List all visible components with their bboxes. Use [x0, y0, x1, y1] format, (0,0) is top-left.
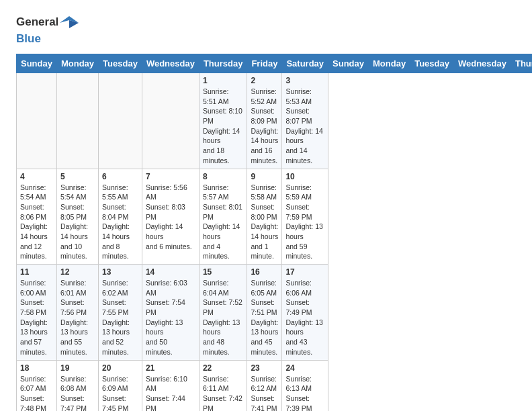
- day-number: 3: [285, 76, 324, 85]
- cell-text: Sunset: 8:10 PM: [203, 106, 244, 126]
- calendar-cell: 9Sunrise: 5:58 AMSunset: 8:00 PMDaylight…: [247, 169, 282, 265]
- cell-text: and 1 minute.: [251, 242, 278, 261]
- day-of-week-header: Thursday: [511, 54, 532, 73]
- cell-text: and 8 minutes.: [102, 242, 138, 261]
- day-number: 10: [285, 172, 324, 181]
- calendar-cell: 8Sunrise: 5:57 AMSunset: 8:01 PMDaylight…: [199, 169, 247, 265]
- cell-text: Daylight: 13 hours: [251, 318, 278, 337]
- day-number: 7: [146, 172, 195, 181]
- cell-text: Sunrise: 6:06 AM: [285, 278, 324, 298]
- cell-text: Daylight: 13 hours: [203, 318, 244, 337]
- day-number: 11: [20, 267, 53, 277]
- calendar-week-row: 11Sunrise: 6:00 AMSunset: 7:58 PMDayligh…: [17, 265, 533, 361]
- cell-text: Sunrise: 6:01 AM: [60, 278, 95, 298]
- calendar-cell: 13Sunrise: 6:02 AMSunset: 7:55 PMDayligh…: [99, 265, 142, 361]
- cell-text: Sunset: 8:05 PM: [60, 202, 95, 222]
- cell-text: Sunrise: 6:00 AM: [20, 278, 53, 298]
- calendar-cell: 12Sunrise: 6:01 AMSunset: 7:56 PMDayligh…: [56, 265, 98, 361]
- calendar-week-row: 4Sunrise: 5:54 AMSunset: 8:06 PMDaylight…: [17, 169, 533, 265]
- day-number: 14: [146, 267, 195, 277]
- day-of-week-header: Wednesday: [142, 54, 199, 73]
- cell-text: Sunset: 7:47 PM: [60, 394, 95, 411]
- page-header: General Blue: [16, 13, 516, 46]
- cell-text: and 10 minutes.: [60, 242, 95, 261]
- cell-text: and 59 minutes.: [285, 242, 324, 261]
- day-of-week-header: Monday: [369, 54, 410, 73]
- cell-text: Daylight: 13 hours: [102, 318, 138, 337]
- cell-text: Sunset: 8:06 PM: [20, 202, 53, 222]
- calendar-cell: 3Sunrise: 5:53 AMSunset: 8:07 PMDaylight…: [282, 73, 328, 169]
- cell-text: Sunrise: 6:09 AM: [102, 374, 138, 394]
- cell-text: Sunset: 7:55 PM: [102, 298, 138, 317]
- calendar-cell: 18Sunrise: 6:07 AMSunset: 7:48 PMDayligh…: [17, 360, 57, 411]
- day-number: 4: [20, 172, 53, 181]
- logo: General Blue: [16, 13, 79, 46]
- calendar-cell: [142, 73, 199, 169]
- cell-text: Sunrise: 6:10 AM: [146, 374, 195, 394]
- cell-text: Daylight: 13 hours: [20, 318, 53, 337]
- cell-text: Sunset: 7:48 PM: [20, 394, 53, 411]
- day-number: 19: [60, 363, 95, 373]
- day-number: 5: [60, 172, 95, 181]
- calendar-cell: [99, 73, 142, 169]
- calendar-cell: 20Sunrise: 6:09 AMSunset: 7:45 PMDayligh…: [99, 360, 142, 411]
- day-of-week-header: Thursday: [199, 54, 247, 73]
- cell-text: Sunrise: 5:57 AM: [203, 183, 244, 202]
- calendar-cell: 24Sunrise: 6:13 AMSunset: 7:39 PMDayligh…: [282, 360, 328, 411]
- cell-text: Sunset: 7:58 PM: [20, 298, 53, 317]
- day-of-week-header: Tuesday: [99, 54, 142, 73]
- day-number: 16: [251, 267, 278, 277]
- day-number: 9: [251, 172, 278, 181]
- day-number: 13: [102, 267, 138, 277]
- cell-text: and 18 minutes.: [203, 146, 244, 165]
- calendar-cell: 21Sunrise: 6:10 AMSunset: 7:44 PMDayligh…: [142, 360, 199, 411]
- cell-text: Sunset: 7:44 PM: [146, 394, 195, 411]
- cell-text: Sunrise: 6:07 AM: [20, 374, 53, 394]
- cell-text: and 55 minutes.: [60, 337, 95, 357]
- cell-text: Sunrise: 5:54 AM: [60, 183, 95, 202]
- cell-text: Daylight: 14 hours: [203, 126, 244, 146]
- cell-text: and 57 minutes.: [20, 337, 53, 357]
- calendar-table: SundayMondayTuesdayWednesdayThursdayFrid…: [16, 54, 532, 411]
- cell-text: Daylight: 13 hours: [285, 318, 324, 337]
- cell-text: Sunset: 8:04 PM: [102, 202, 138, 222]
- day-number: 1: [203, 76, 244, 85]
- cell-text: Sunset: 7:59 PM: [285, 202, 324, 222]
- day-of-week-header: Sunday: [328, 54, 369, 73]
- day-of-week-header: Sunday: [17, 54, 57, 73]
- cell-text: Daylight: 13 hours: [146, 318, 195, 337]
- cell-text: Sunset: 7:49 PM: [285, 298, 324, 317]
- cell-text: Sunrise: 6:04 AM: [203, 278, 244, 298]
- cell-text: and 45 minutes.: [251, 337, 278, 357]
- day-number: 15: [203, 267, 244, 277]
- cell-text: and 16 minutes.: [251, 146, 278, 165]
- calendar-cell: 19Sunrise: 6:08 AMSunset: 7:47 PMDayligh…: [56, 360, 98, 411]
- day-of-week-header: Saturday: [282, 54, 328, 73]
- cell-text: Sunset: 7:39 PM: [285, 394, 324, 411]
- day-of-week-header: Wednesday: [453, 54, 511, 73]
- calendar-cell: 11Sunrise: 6:00 AMSunset: 7:58 PMDayligh…: [17, 265, 57, 361]
- cell-text: and 43 minutes.: [285, 337, 324, 357]
- day-number: 17: [285, 267, 324, 277]
- cell-text: Sunrise: 6:11 AM: [203, 374, 244, 394]
- calendar-header-row: SundayMondayTuesdayWednesdayThursdayFrid…: [17, 54, 533, 73]
- cell-text: and 52 minutes.: [102, 337, 138, 357]
- cell-text: Sunset: 7:41 PM: [251, 394, 278, 411]
- cell-text: and 6 minutes.: [146, 242, 195, 252]
- cell-text: Sunset: 7:52 PM: [203, 298, 244, 317]
- cell-text: Sunrise: 6:05 AM: [251, 278, 278, 298]
- day-of-week-header: Friday: [247, 54, 282, 73]
- cell-text: Sunrise: 5:53 AM: [285, 87, 324, 106]
- calendar-cell: 6Sunrise: 5:55 AMSunset: 8:04 PMDaylight…: [99, 169, 142, 265]
- cell-text: and 14 minutes.: [285, 146, 324, 165]
- cell-text: Sunset: 7:42 PM: [203, 394, 244, 411]
- day-number: 2: [251, 76, 278, 85]
- calendar-cell: 1Sunrise: 5:51 AMSunset: 8:10 PMDaylight…: [199, 73, 247, 169]
- cell-text: Sunrise: 6:12 AM: [251, 374, 278, 394]
- cell-text: Sunset: 8:09 PM: [251, 106, 278, 126]
- cell-text: Daylight: 14 hours: [285, 126, 324, 146]
- calendar-cell: 16Sunrise: 6:05 AMSunset: 7:51 PMDayligh…: [247, 265, 282, 361]
- calendar-cell: 22Sunrise: 6:11 AMSunset: 7:42 PMDayligh…: [199, 360, 247, 411]
- day-of-week-header: Tuesday: [410, 54, 454, 73]
- day-number: 22: [203, 363, 244, 373]
